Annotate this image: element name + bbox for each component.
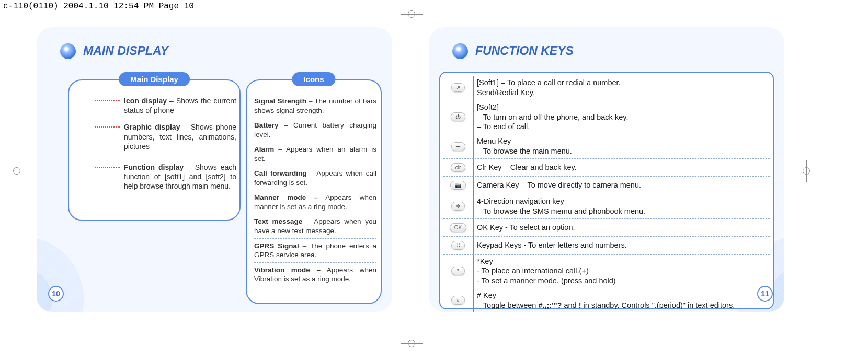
function-key-row: ☰Menu Key – To browse the main menu. — [443, 134, 770, 159]
heading-function-keys: FUNCTION KEYS — [452, 43, 784, 59]
crop-mark-right — [803, 167, 810, 175]
function-key-description: [Soft1] – To place a call or redial a nu… — [474, 76, 770, 100]
function-key-icon: OK — [443, 219, 474, 236]
crop-rule — [0, 15, 424, 15]
pill-main-display: Main Display — [119, 72, 190, 86]
function-key-row: ✥4-Direction navigation key – To browse … — [443, 194, 770, 219]
function-key-icon: ✥ — [443, 194, 474, 218]
main-display-item: Function display – Shows each function o… — [124, 163, 236, 191]
function-key-description: # Key– Toggle between #.,;:'"? and ! in … — [474, 288, 770, 312]
function-key-icon: ⠿ — [443, 237, 474, 254]
function-key-icon: clr — [443, 159, 474, 176]
crop-mark-bottom — [408, 340, 415, 347]
function-key-description: Keypad Keys - To enter letters and numbe… — [474, 238, 770, 252]
pill-icons: Icons — [292, 72, 335, 86]
crop-mark-top — [408, 10, 415, 18]
icon-description-item: Call forwarding – Appears when call forw… — [254, 166, 376, 190]
icon-description-item: Alarm – Appears when an alarm is set. — [254, 142, 376, 166]
function-key-row: 📷Camera Key – To move directly to camera… — [443, 177, 770, 194]
function-key-row: ↗[Soft1] – To place a call or redial a n… — [443, 76, 770, 100]
heading-main-display: MAIN DISPLAY — [60, 43, 392, 59]
function-key-row: clrClr Key – Clear and back key. — [443, 159, 770, 177]
icon-description-item: Manner mode – Appears when manner is set… — [254, 190, 376, 214]
panel-main-display: Main Display Icon display – Shows the cu… — [68, 79, 241, 221]
page-number-right: 11 — [757, 286, 773, 302]
icon-description-item: Battery – Current battery charg­ing leve… — [254, 118, 376, 142]
icon-description-item: Vibration mode – Appears when Vibration … — [254, 263, 376, 286]
function-key-description: *Key- To place an international call.(+)… — [474, 255, 770, 288]
function-key-row: ⏻[Soft2] – To turn on and off the phone,… — [443, 100, 770, 135]
page-number-left: 10 — [48, 286, 64, 302]
function-key-description: Menu Key – To browse the main menu. — [474, 134, 770, 158]
function-key-icon: # — [443, 288, 474, 312]
function-key-description: [Soft2] – To turn on and off the phone, … — [474, 100, 770, 134]
heading-bullet-icon — [60, 43, 76, 59]
heading-text: FUNCTION KEYS — [473, 43, 595, 59]
function-key-description: 4-Direction navigation key – To browse t… — [474, 194, 770, 218]
function-key-icon: ⏻ — [443, 100, 474, 134]
function-key-row: ⠿Keypad Keys - To enter letters and numb… — [443, 237, 770, 255]
main-display-item: Graphic display – Shows phone numbers, t… — [124, 122, 236, 151]
leader-dots — [95, 167, 120, 168]
panel-icons: Icons Signal Strength – The number of ba… — [246, 79, 382, 304]
leader-dots — [95, 126, 120, 128]
function-key-icon: ☰ — [443, 134, 474, 158]
function-key-description: Clr Key – Clear and back key. — [474, 160, 770, 175]
icon-description-item: Signal Strength – The number of bars sho… — [254, 94, 376, 118]
page-right: FUNCTION KEYS ↗[Soft1] – To place a call… — [429, 27, 784, 312]
function-key-description: Camera Key – To move directly to camera … — [474, 178, 770, 192]
crop-mark-left — [13, 167, 20, 175]
function-key-icon: 📷 — [443, 177, 474, 194]
heading-bullet-icon — [452, 43, 468, 59]
icon-description-item: GPRS Signal – The phone enters a GPRS se… — [254, 239, 376, 263]
print-crop-info: c-110(0110) 2004.1.10 12:54 PM Page 10 — [3, 2, 194, 11]
leader-dots — [95, 100, 120, 101]
function-key-row: OKOK Key - To select an option. — [443, 219, 770, 237]
main-display-item: Icon display – Shows the current status … — [124, 96, 236, 115]
icon-description-item: Text message – Appears when you have a n… — [254, 214, 376, 238]
function-key-row: ## Key– Toggle between #.,;:'"? and ! in… — [443, 288, 770, 312]
panel-function-keys: ↗[Soft1] – To place a call or redial a n… — [439, 72, 774, 309]
heading-text: MAIN DISPLAY — [81, 43, 189, 59]
page-left: MAIN DISPLAY Main Display Icon display –… — [37, 27, 392, 312]
function-key-row: **Key- To place an international call.(+… — [443, 255, 770, 289]
function-key-icon: ↗ — [443, 76, 474, 100]
function-key-description: OK Key - To select an option. — [474, 221, 770, 235]
function-key-icon: * — [443, 255, 474, 288]
